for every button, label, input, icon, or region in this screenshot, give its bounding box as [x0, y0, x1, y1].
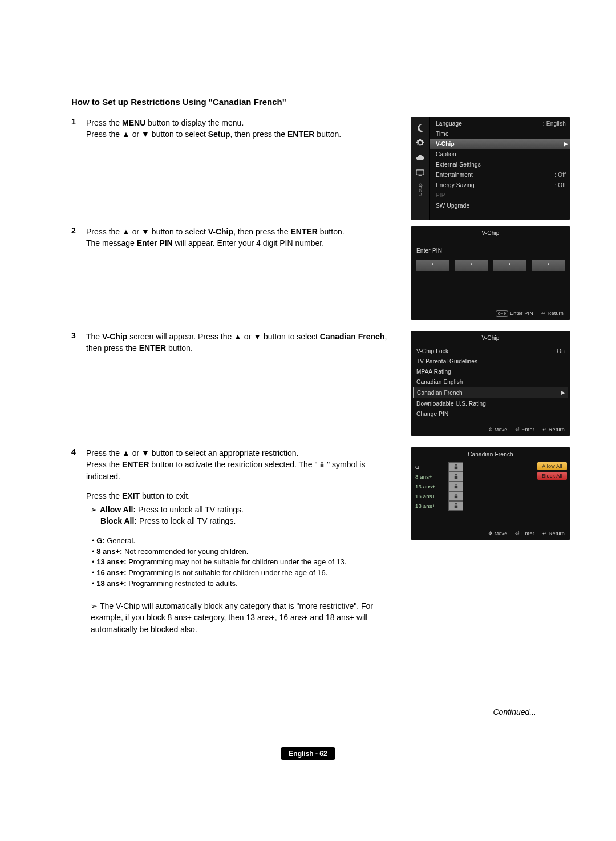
foot-enter: ⏎ Enter — [515, 531, 534, 536]
cf-row-13[interactable]: 13 ans+ — [413, 482, 463, 491]
pin-digit-1[interactable]: * — [416, 260, 449, 271]
lbl: Time — [436, 131, 566, 137]
s1-enter-bold: ENTER — [287, 130, 314, 139]
vchip-lock[interactable]: V-Chip Lock: On — [413, 346, 568, 356]
def-18-t: Programming restricted to adults. — [127, 579, 238, 588]
osd-setup-label: Setup — [418, 183, 423, 196]
cf-label-18: 18 ans+ — [413, 503, 448, 509]
vchip-dl-us[interactable]: Downloadable U.S. Rating — [413, 398, 568, 409]
tv-icon — [415, 167, 425, 177]
moon-icon — [415, 123, 425, 133]
s4-auto-note: ➢ The V-Chip will automatically block an… — [86, 600, 402, 635]
lbl: SW Upgrade — [436, 203, 566, 209]
osd-item-entertainment[interactable]: Entertainment: Off — [430, 169, 570, 180]
def-g-b: G: — [96, 536, 104, 545]
s4-allow-block: ➢ Allow All: Press to unlock all TV rati… — [86, 504, 402, 527]
def-16-t: Programming is not suitable for children… — [127, 568, 328, 577]
lbl: Language — [436, 120, 541, 127]
s3-vchip-bold: V-Chip — [102, 332, 127, 341]
vchip-tvpg[interactable]: TV Parental Guidelines — [413, 356, 568, 366]
osd-canadian-french: Canadian French G 8 ans+ 13 ans+ 16 ans+… — [411, 447, 570, 540]
def-13-t: Programming may not be suitable for chil… — [127, 557, 347, 566]
foot-return-lbl: Return — [549, 531, 565, 536]
foot-move: ⇕ Move — [488, 427, 508, 432]
pin-digit-3[interactable]: * — [493, 260, 526, 271]
lbl: Entertainment — [436, 172, 553, 178]
hand-icon: ➢ — [91, 505, 100, 514]
lbl: Caption — [436, 151, 566, 157]
cf-rating-table: G 8 ans+ 13 ans+ 16 ans+ 18 ans+ — [413, 462, 463, 511]
lock-icon — [453, 474, 459, 479]
osd-setup-menu: Setup Language: English Time V-Chip Capt… — [411, 117, 570, 220]
foot-return: ↩ Return — [541, 310, 564, 316]
def-8-b: 8 ans+: — [96, 547, 122, 556]
allow-all-button[interactable]: Allow All — [537, 462, 567, 470]
lbl: Downloadable U.S. Rating — [416, 401, 565, 407]
cf-row-18[interactable]: 18 ans+ — [413, 501, 463, 511]
block-all-text: Press to lock all TV ratings. — [137, 516, 236, 525]
step-4-number: 4 — [71, 447, 86, 456]
osd-item-swupgrade[interactable]: SW Upgrade — [430, 200, 570, 211]
ratings-definitions: • G: General. • 8 ans+: Not recommended … — [86, 532, 402, 593]
step-2-text: Press the ▲ or ▼ button to select V-Chip… — [86, 226, 406, 249]
cf-cell-18[interactable] — [448, 501, 463, 511]
val: : English — [541, 120, 566, 127]
s4-l3a: Press the — [86, 491, 122, 500]
step-3-number: 3 — [71, 331, 86, 340]
enter-icon: ⏎ — [515, 427, 520, 432]
svg-rect-7 — [454, 506, 457, 508]
lbl: MPAA Rating — [416, 369, 565, 375]
s4-l3-exit: EXIT — [122, 491, 140, 500]
foot-move-lbl: Move — [495, 427, 508, 432]
cf-row-8[interactable]: 8 ans+ — [413, 472, 463, 482]
osd-setup-sidebar: Setup — [411, 117, 430, 220]
s2-t3: button. — [318, 227, 345, 236]
lock-icon — [319, 462, 325, 467]
lbl: V-Chip Lock — [416, 348, 551, 354]
svg-rect-2 — [321, 464, 323, 467]
vchip-can-en[interactable]: Canadian English — [413, 377, 568, 387]
vchip-mpaa[interactable]: MPAA Rating — [413, 366, 568, 377]
cf-cell-8[interactable] — [448, 472, 463, 482]
s1-t1: Press the — [86, 118, 122, 127]
block-all-button[interactable]: Block All — [537, 472, 567, 480]
vchip-change-pin[interactable]: Change PIN — [413, 409, 568, 419]
cf-label-8: 8 ans+ — [413, 474, 448, 480]
osd-item-pip: PIP — [430, 190, 570, 200]
note-text: The V-Chip will automatically block any … — [91, 601, 373, 634]
osd-pin-label: Enter PIN — [414, 241, 567, 260]
s1-setup-bold: Setup — [208, 130, 230, 139]
s1-t4: , then press the — [230, 130, 287, 139]
pin-digit-4[interactable]: * — [532, 260, 565, 271]
s3-cf-bold: Canadian French — [320, 332, 385, 341]
cf-cell-13[interactable] — [448, 482, 463, 491]
cf-row-16[interactable]: 16 ans+ — [413, 491, 463, 501]
s2-enter-bold: ENTER — [290, 227, 317, 236]
lbl: PIP — [436, 192, 566, 199]
osd-item-energy[interactable]: Energy Saving: Off — [430, 180, 570, 190]
osd-item-caption[interactable]: Caption — [430, 149, 570, 159]
s4-l2c: button to activate the restriction selec… — [149, 460, 319, 469]
vchip-can-fr[interactable]: Canadian French — [413, 387, 568, 398]
cf-cell-g[interactable] — [448, 462, 463, 472]
s4-l3c: button to exit. — [140, 491, 190, 500]
pin-input-boxes[interactable]: * * * * — [414, 260, 567, 279]
osd-item-language[interactable]: Language: English — [430, 118, 570, 128]
osd-item-time[interactable]: Time — [430, 128, 570, 139]
lbl: TV Parental Guidelines — [416, 358, 565, 365]
s3-enter-bold: ENTER — [139, 343, 166, 353]
foot-return-lbl: Return — [548, 310, 564, 316]
s4-line2: Press the ENTER button to activate the r… — [86, 459, 402, 482]
cf-cell-16[interactable] — [448, 491, 463, 501]
osd-item-external[interactable]: External Settings — [430, 159, 570, 169]
s2-t4: The message — [86, 238, 137, 248]
s4-line3: Press the EXIT button to exit. — [86, 490, 402, 502]
s1-t2: button to display the menu. — [145, 118, 244, 127]
continued-marker: Continued... — [0, 707, 616, 717]
cf-row-g[interactable]: G — [413, 462, 463, 472]
pin-digit-2[interactable]: * — [455, 260, 488, 271]
lbl: Change PIN — [416, 411, 565, 417]
osd-item-vchip[interactable]: V-Chip — [430, 139, 570, 149]
lbl: Energy Saving — [436, 182, 553, 188]
svg-rect-4 — [454, 476, 457, 479]
